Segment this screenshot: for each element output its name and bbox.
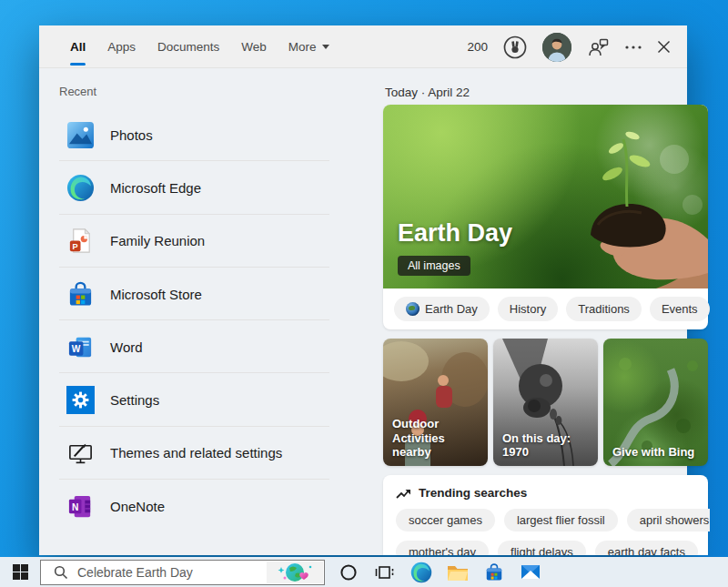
recent-item-themes[interactable]: Themes and related settings	[39, 427, 337, 480]
svg-text:W: W	[71, 344, 80, 354]
task-view-icon[interactable]	[367, 557, 403, 587]
edge-taskbar-icon[interactable]	[403, 557, 440, 587]
svg-text:P: P	[72, 242, 77, 251]
search-icon	[54, 565, 68, 580]
trending-pill[interactable]: april showers	[627, 509, 710, 531]
pill-label: Earth Day	[425, 302, 478, 316]
trending-title: Trending searches	[419, 486, 527, 500]
recent-item-label: Photos	[110, 127, 153, 143]
trending-row-2: mother's day flight delays earth day fac…	[396, 541, 695, 555]
recent-item-onenote[interactable]: N OneNote	[39, 480, 337, 532]
tab-documents[interactable]: Documents	[147, 25, 230, 68]
earth-day-hero-card[interactable]: Earth Day All images Earth Day History T…	[383, 105, 708, 329]
rewards-medal-icon[interactable]	[502, 35, 528, 60]
onenote-icon: N	[66, 491, 95, 521]
recent-item-label: Settings	[110, 392, 159, 408]
recent-title: Recent	[59, 85, 96, 98]
word-icon: W	[66, 332, 95, 361]
powerpoint-file-icon: P	[66, 227, 95, 256]
trending-pill[interactable]: mother's day	[396, 541, 489, 555]
pill-events[interactable]: Events	[650, 297, 710, 321]
close-icon[interactable]	[657, 40, 671, 54]
windows-logo-icon	[13, 564, 28, 580]
photos-icon	[66, 120, 95, 149]
window-header-icons: 200	[467, 25, 671, 68]
tab-web-label: Web	[241, 40, 267, 54]
recent-list: Photos Microsoft Edge P Family Reunion	[39, 108, 337, 532]
pill-label: Events	[662, 302, 698, 316]
recent-item-settings[interactable]: Settings	[39, 373, 337, 426]
recent-item-store[interactable]: Microsoft Store	[39, 268, 337, 320]
recent-item-family-reunion[interactable]: P Family Reunion	[39, 215, 337, 268]
start-button[interactable]	[0, 557, 40, 587]
taskbar-search-box[interactable]: Celebrate Earth Day	[40, 560, 325, 585]
more-options-icon[interactable]	[624, 45, 642, 50]
pill-label: History	[510, 302, 546, 316]
search-window: All Apps Documents Web More 200	[39, 25, 687, 555]
pill-earth-day[interactable]: Earth Day	[394, 297, 490, 321]
card-label: Outdoor Activities nearby	[392, 417, 480, 460]
hero-pill-row: Earth Day History Traditions Events	[383, 288, 708, 329]
chevron-down-icon	[322, 45, 329, 49]
date-header: Today · April 22	[385, 86, 470, 99]
tab-all[interactable]: All	[59, 25, 96, 68]
desktop: All Apps Documents Web More 200	[0, 0, 728, 587]
today-panel: Today · April 22	[337, 68, 710, 555]
store-icon	[66, 279, 95, 309]
tab-documents-label: Documents	[157, 40, 219, 54]
recent-item-label: Word	[110, 339, 143, 355]
tab-more[interactable]: More	[278, 25, 340, 68]
card-label: On this day: 1970	[502, 431, 591, 460]
trending-up-icon	[396, 487, 411, 500]
card-outdoor-activities[interactable]: Outdoor Activities nearby	[383, 339, 488, 466]
themes-icon	[66, 439, 95, 468]
all-images-chip[interactable]: All images	[398, 256, 470, 276]
cortana-icon[interactable]	[330, 557, 367, 587]
trending-pill[interactable]: largest flier fossil	[504, 509, 618, 531]
mail-icon[interactable]	[512, 557, 549, 587]
tab-all-label: All	[70, 40, 86, 54]
edge-icon	[66, 173, 95, 202]
recent-item-label: Themes and related settings	[110, 445, 282, 460]
tab-web[interactable]: Web	[230, 25, 278, 68]
tab-apps[interactable]: Apps	[96, 25, 147, 68]
story-cards-row: Outdoor Activities nearby On this	[383, 339, 708, 466]
trending-pill[interactable]: soccer games	[396, 509, 495, 531]
recent-item-label: OneNote	[110, 499, 165, 514]
recent-item-label: Family Reunion	[110, 233, 205, 248]
svg-text:N: N	[72, 502, 78, 512]
earth-day-doodle-icon[interactable]	[267, 562, 323, 583]
hero-title: Earth Day	[398, 219, 512, 248]
store-taskbar-icon[interactable]	[476, 557, 512, 587]
trending-header: Trending searches	[396, 486, 695, 500]
recent-item-label: Microsoft Edge	[110, 180, 201, 196]
taskbar: Celebrate Earth Day	[0, 557, 728, 587]
pill-history[interactable]: History	[498, 297, 558, 321]
trending-searches-card: Trending searches soccer games largest f…	[383, 475, 708, 555]
tab-more-label: More	[288, 40, 317, 54]
recent-item-label: Microsoft Store	[110, 287, 202, 302]
search-box-text: Celebrate Earth Day	[77, 565, 193, 580]
recent-item-photos[interactable]: Photos	[39, 108, 337, 161]
trending-pill[interactable]: earth day facts	[595, 541, 698, 555]
tab-apps-label: Apps	[107, 40, 136, 54]
settings-gear-icon	[66, 386, 95, 415]
earth-globe-icon	[406, 302, 420, 316]
rewards-points: 200	[467, 40, 488, 54]
card-on-this-day[interactable]: On this day: 1970	[493, 339, 598, 466]
user-avatar[interactable]	[542, 33, 571, 62]
pill-traditions[interactable]: Traditions	[566, 297, 642, 321]
feedback-icon[interactable]	[586, 36, 610, 58]
trending-pill[interactable]: flight delays	[498, 541, 586, 555]
trending-row-1: soccer games largest flier fossil april …	[396, 509, 695, 531]
card-label: Give with Bing	[612, 445, 701, 460]
pill-label: Traditions	[578, 302, 630, 316]
recent-panel: Recent Photos Microsoft Edge P	[39, 68, 337, 555]
card-give-with-bing[interactable]: Give with Bing	[603, 339, 708, 466]
recent-item-edge[interactable]: Microsoft Edge	[39, 161, 337, 214]
recent-item-word[interactable]: W Word	[39, 320, 337, 373]
file-explorer-icon[interactable]	[440, 557, 476, 587]
